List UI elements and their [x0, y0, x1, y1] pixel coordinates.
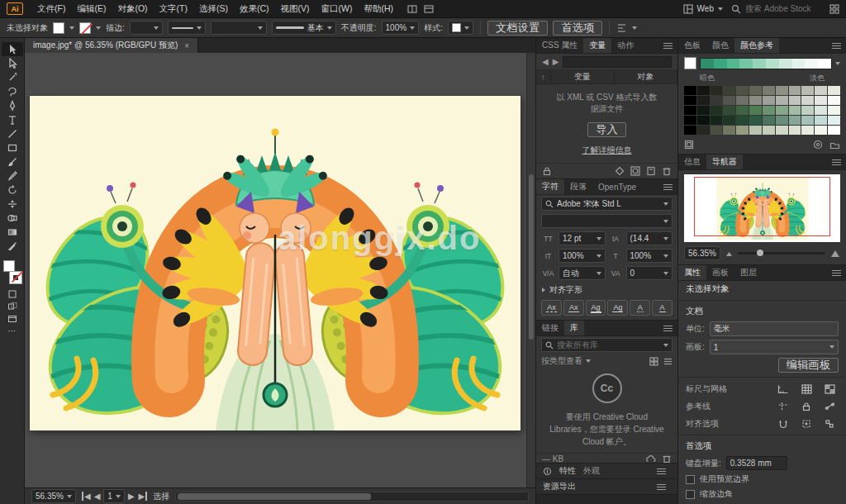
variation-swatch[interactable]: [749, 126, 762, 135]
app-grid-icon[interactable]: [829, 4, 839, 14]
navigator-zoom-slider[interactable]: [738, 252, 825, 254]
harmony-rules-chevron-icon[interactable]: [835, 62, 840, 65]
variation-swatch[interactable]: [684, 106, 696, 115]
close-tab-icon[interactable]: ×: [184, 41, 189, 50]
pen-tool[interactable]: [2, 98, 23, 112]
show-guides-icon[interactable]: [774, 399, 792, 413]
variation-swatch[interactable]: [697, 106, 710, 115]
menu-item[interactable]: 窗口(W): [316, 0, 359, 18]
snap-to-grid-icon[interactable]: [774, 416, 792, 430]
tab-navigator[interactable]: 导航器: [706, 155, 743, 169]
variation-swatch[interactable]: [789, 126, 801, 135]
preferences-button[interactable]: 首选项: [553, 21, 602, 36]
glyph-align-button[interactable]: A: [652, 300, 673, 316]
variation-swatch[interactable]: [789, 106, 801, 115]
canvas[interactable]: alonggjx.do: [25, 53, 535, 487]
variation-swatch[interactable]: [828, 96, 840, 105]
align-options-icon[interactable]: [616, 23, 627, 33]
variation-swatch[interactable]: [723, 116, 735, 125]
tab-properties[interactable]: 属性: [678, 265, 706, 280]
variation-swatch[interactable]: [749, 96, 762, 105]
keyboard-increment-input[interactable]: [726, 456, 787, 470]
artboard-dropdown[interactable]: 1: [710, 340, 839, 354]
screen-mode-button[interactable]: [2, 312, 23, 325]
panel-menu-icon[interactable]: [827, 38, 846, 53]
opacity-combo[interactable]: 100%: [382, 21, 420, 35]
expand-icon[interactable]: [542, 288, 545, 292]
tab-paragraph[interactable]: 段落: [564, 179, 592, 194]
variation-swatch[interactable]: [711, 106, 723, 115]
panel-menu-icon[interactable]: [658, 179, 677, 194]
menu-item[interactable]: 文件(F): [31, 0, 71, 18]
draw-normal-mode-button[interactable]: [2, 288, 23, 300]
panel-menu-icon[interactable]: [652, 468, 671, 474]
font-size-combo[interactable]: 12 pt: [558, 231, 606, 245]
edit-colors-icon[interactable]: [813, 140, 823, 150]
stock-search[interactable]: [731, 4, 821, 14]
menu-item[interactable]: 对象(O): [112, 0, 153, 18]
variation-swatch[interactable]: [723, 126, 735, 135]
tab-appearance[interactable]: 外观: [583, 465, 600, 477]
snap-to-pixel-icon[interactable]: [820, 416, 839, 430]
panel-menu-icon[interactable]: [658, 38, 677, 53]
tab-layers[interactable]: 图层: [734, 265, 763, 280]
variation-swatch[interactable]: [723, 86, 735, 95]
align-chevron-icon[interactable]: [632, 26, 637, 30]
tab-css-properties[interactable]: CSS 属性: [536, 38, 583, 53]
lock-icon[interactable]: [542, 166, 552, 176]
stroke-weight-combo[interactable]: [130, 21, 163, 35]
harmony-swatch[interactable]: [818, 59, 831, 69]
checkbox[interactable]: [686, 490, 695, 499]
vertical-scale-combo[interactable]: 100%: [558, 249, 606, 263]
next-dataset-icon[interactable]: ▶: [553, 57, 559, 66]
tracking-combo[interactable]: 0: [626, 266, 673, 280]
variation-swatch[interactable]: [801, 116, 814, 125]
variation-swatch[interactable]: [801, 96, 814, 105]
variation-swatch[interactable]: [736, 86, 749, 95]
first-artboard-button[interactable]: ◀: [82, 492, 91, 501]
vertical-scrollbar[interactable]: [526, 53, 535, 487]
magic-wand-tool[interactable]: [2, 70, 23, 84]
stroke-swatch[interactable]: [10, 272, 21, 283]
document-layout-icon[interactable]: [424, 4, 434, 14]
stroke-color-swatch[interactable]: [79, 22, 91, 34]
artboard[interactable]: alonggjx.do: [30, 96, 520, 430]
tab-info[interactable]: 信息: [678, 155, 706, 169]
import-button[interactable]: 导入: [587, 122, 626, 137]
tab-libraries[interactable]: 库: [564, 321, 584, 335]
variation-swatch[interactable]: [815, 96, 827, 105]
variation-swatch[interactable]: [711, 86, 723, 95]
shape-builder-tool[interactable]: [2, 211, 23, 225]
next-artboard-button[interactable]: ▶: [128, 492, 135, 501]
variation-swatch[interactable]: [763, 96, 775, 105]
library-search-combo[interactable]: [541, 338, 673, 352]
leading-combo[interactable]: (14.4: [626, 231, 673, 245]
view-by-type-dropdown[interactable]: 按类型查看: [541, 355, 591, 367]
limit-color-group-icon[interactable]: [684, 140, 694, 150]
checkbox[interactable]: [686, 475, 695, 484]
capture-dataset-icon[interactable]: [630, 166, 640, 176]
navigator-preview[interactable]: [684, 174, 840, 242]
menu-item[interactable]: 帮助(H): [359, 0, 400, 18]
horizontal-scale-combo[interactable]: 100%: [626, 249, 673, 263]
snap-to-point-icon[interactable]: [797, 416, 815, 430]
menu-item[interactable]: 文字(T): [154, 0, 193, 18]
variation-swatch[interactable]: [736, 116, 749, 125]
stock-search-input[interactable]: [745, 4, 821, 13]
panel-menu-icon[interactable]: [827, 155, 846, 169]
panel-menu-icon[interactable]: [658, 321, 677, 335]
library-search-input[interactable]: [557, 340, 660, 349]
variation-swatch[interactable]: [776, 126, 788, 135]
variation-swatch[interactable]: [749, 116, 762, 125]
line-segment-tool[interactable]: [2, 126, 23, 140]
variable-width-profile-combo[interactable]: [211, 21, 267, 35]
previous-dataset-icon[interactable]: ◀: [542, 57, 549, 66]
fill-color-swatch[interactable]: [53, 22, 64, 34]
variation-swatch[interactable]: [711, 96, 723, 105]
variation-swatch[interactable]: [789, 116, 801, 125]
tab-links[interactable]: 链接: [536, 321, 564, 335]
font-style-combo[interactable]: [541, 214, 673, 228]
glyph-align-button[interactable]: Ag: [607, 300, 628, 316]
variation-swatch[interactable]: [684, 116, 696, 125]
variation-swatch[interactable]: [801, 106, 814, 115]
